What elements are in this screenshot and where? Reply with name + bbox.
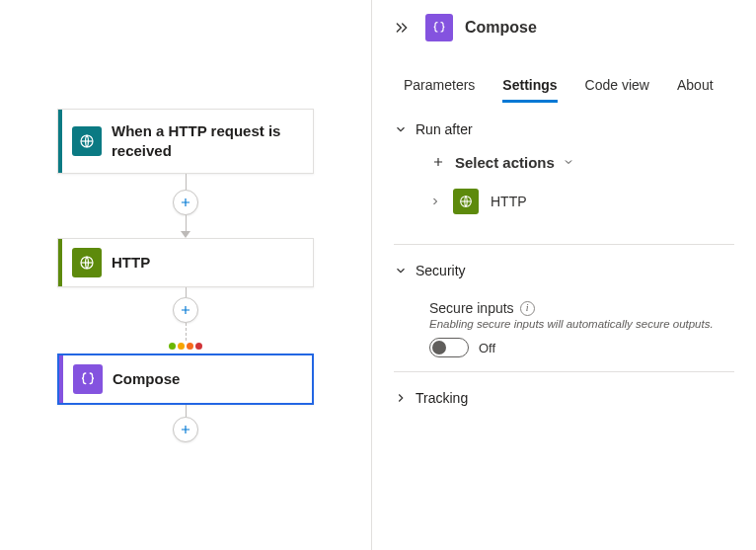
action-settings-panel: Compose Parameters Settings Code view Ab… xyxy=(371,0,756,550)
chevron-down-icon xyxy=(563,156,574,168)
select-actions-button[interactable]: Select actions xyxy=(429,153,734,171)
section-toggle-security[interactable]: Security xyxy=(394,245,734,284)
chevron-down-icon xyxy=(394,264,408,277)
panel-tabs: Parameters Settings Code view About xyxy=(372,69,756,104)
panel-title: Compose xyxy=(465,19,537,37)
connector-line xyxy=(186,323,187,341)
section-tracking: Tracking xyxy=(372,372,756,412)
chevron-down-icon xyxy=(394,122,408,136)
connector xyxy=(169,287,202,354)
tab-about[interactable]: About xyxy=(677,69,714,103)
globe-icon xyxy=(72,126,102,156)
section-heading: Tracking xyxy=(416,390,468,406)
plus-icon xyxy=(429,153,447,171)
security-content: Secure inputs i Enabling secure inputs w… xyxy=(394,300,734,357)
select-actions-label: Select actions xyxy=(455,154,555,171)
run-after-item[interactable]: HTTP xyxy=(429,187,734,230)
add-step-button[interactable] xyxy=(173,417,198,442)
connector-line xyxy=(186,287,187,297)
secure-inputs-label-row: Secure inputs i xyxy=(429,300,734,316)
panel-header: Compose xyxy=(372,0,756,51)
node-label: When a HTTP request is received xyxy=(112,110,313,173)
run-after-item-label: HTTP xyxy=(491,194,527,209)
chevron-right-icon xyxy=(429,196,441,207)
tab-parameters[interactable]: Parameters xyxy=(404,69,475,103)
braces-icon xyxy=(425,14,453,41)
designer-root: When a HTTP request is received xyxy=(0,0,756,550)
section-heading: Run after xyxy=(416,121,473,137)
workflow-canvas[interactable]: When a HTTP request is received xyxy=(0,0,371,550)
run-after-content: Select actions HTTP xyxy=(394,153,734,230)
section-security: Security Secure inputs i Enabling secure… xyxy=(372,245,756,357)
collapse-panel-button[interactable] xyxy=(390,16,414,39)
connector-line xyxy=(186,405,187,417)
node-label: HTTP xyxy=(112,239,313,286)
section-heading: Security xyxy=(416,263,466,278)
secure-inputs-toggle[interactable] xyxy=(429,338,469,357)
tab-settings[interactable]: Settings xyxy=(502,69,557,103)
secure-inputs-hint: Enabling secure inputs will automaticall… xyxy=(429,318,734,330)
tab-code-view[interactable]: Code view xyxy=(585,69,649,103)
node-icon-cell xyxy=(63,355,113,403)
section-toggle-run-after[interactable]: Run after xyxy=(394,104,734,143)
run-after-status-dots xyxy=(169,343,202,350)
braces-icon xyxy=(73,364,103,394)
globe-icon xyxy=(72,248,102,277)
connector xyxy=(173,174,198,238)
workflow-flow: When a HTTP request is received xyxy=(0,109,371,442)
add-step-button[interactable] xyxy=(173,297,198,323)
node-icon-cell xyxy=(62,110,112,173)
node-compose-action[interactable]: Compose xyxy=(57,354,314,405)
secure-inputs-toggle-row: Off xyxy=(429,338,734,357)
node-icon-cell xyxy=(62,239,112,286)
secure-inputs-label: Secure inputs xyxy=(429,300,514,316)
info-icon[interactable]: i xyxy=(520,301,535,316)
section-run-after: Run after Select actions xyxy=(372,104,756,230)
toggle-state-label: Off xyxy=(479,341,495,355)
node-http-action[interactable]: HTTP xyxy=(57,238,314,287)
connector-line xyxy=(186,174,187,190)
add-step-button[interactable] xyxy=(173,190,198,215)
section-toggle-tracking[interactable]: Tracking xyxy=(394,372,734,412)
globe-icon xyxy=(453,189,479,214)
chevron-right-icon xyxy=(394,391,408,405)
node-http-trigger[interactable]: When a HTTP request is received xyxy=(57,109,314,174)
node-label: Compose xyxy=(113,355,312,403)
connector xyxy=(173,405,198,442)
arrow-down-icon xyxy=(181,231,190,238)
